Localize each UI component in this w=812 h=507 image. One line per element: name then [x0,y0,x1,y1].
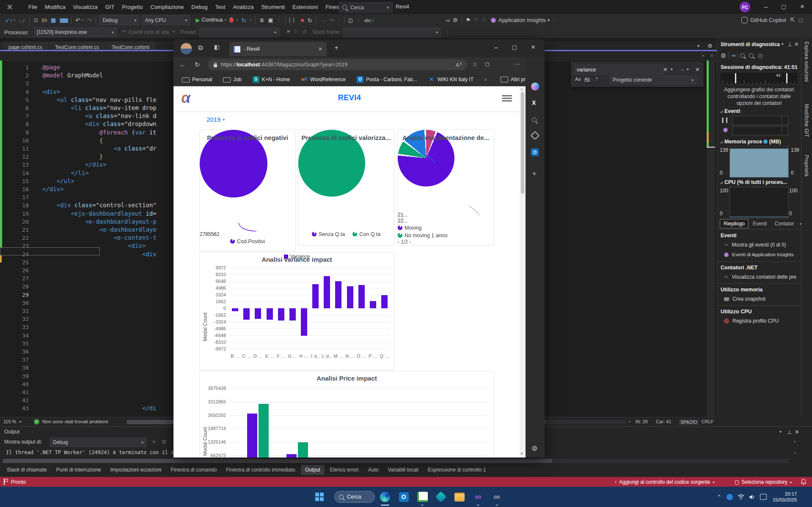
favorites-overflow-chevron-icon[interactable]: › [484,77,486,82]
browser-menu-icon[interactable]: ⋯ [515,61,520,67]
workspaces-icon[interactable]: ⧉ [198,44,203,51]
select-repository-button[interactable]: ▢ Seleziona repository ▴ [735,477,792,487]
favorite-k-n-home[interactable]: SK+N - Home [253,76,290,83]
panel-tab-finestra-di-controllo-immediato[interactable]: Finestra di controllo immediato [223,466,298,474]
spell-check-icon[interactable]: abc✓ [364,17,376,23]
donut-pagination[interactable]: ‹ 1/2 › [398,239,494,245]
hamburger-menu-button[interactable] [502,94,512,102]
chevron-down-icon[interactable]: ▾ [782,42,784,46]
space-indicator[interactable]: SPAZIO [679,419,699,425]
browser-maximize-button[interactable]: ▢ [506,44,523,50]
diagnostics-tab-riepilogo[interactable]: Riepilogo [720,219,749,228]
menu-progetto[interactable]: Progetto [118,0,146,14]
settings-gear-icon[interactable]: ⚙ [721,52,726,59]
code-line[interactable]: </li> [42,169,89,177]
github-copilot-button[interactable]: GitHub Copilot ⇱ □ [741,14,802,26]
close-panel-icon[interactable]: ✕ [795,429,799,435]
stop-icon[interactable]: ■ [301,17,304,23]
code-line[interactable]: <div [42,250,157,258]
zoom-in-icon[interactable] [740,53,745,58]
maximize-button[interactable]: ▢ [775,3,792,10]
tray-volume-icon[interactable] [749,494,755,500]
flag-outline-icon[interactable]: ⚐ [294,29,299,35]
close-panel-icon[interactable]: ✕ [794,41,799,47]
favorite-posta-carboni-fab-[interactable]: OPosta - Carboni, Fab... [357,76,417,83]
favorite-wordreference[interactable]: wRWordReference [301,76,346,83]
chevron-down-icon[interactable]: ▾ [687,68,689,71]
menu-visualizza[interactable]: Visualizza [69,0,101,14]
chart-icon[interactable]: ▤ [758,53,763,58]
eol-indicator[interactable]: CRLF [702,419,714,424]
bar-variance[interactable] [370,301,376,308]
chevron-down-icon[interactable]: ▾ [82,19,84,22]
code-line[interactable]: <e-dashboardlayout-p [42,218,157,226]
side-tab-propriet[interactable]: Proprietà [804,155,809,176]
taskbar-file-explorer-icon[interactable] [454,491,465,503]
address-bar[interactable]: https://localhost:44387/Magazzino/Graph?… [208,59,467,70]
panel-tab-auto[interactable]: Auto [365,466,382,474]
close-find-icon[interactable]: ✕ [695,67,700,72]
zoom-level[interactable]: 115 % [3,419,16,424]
undo-icon[interactable]: ↶ [75,17,80,23]
bar-variance[interactable] [289,308,296,321]
scroll-up-icon[interactable]: ▴ [794,439,796,443]
chevron-down-icon[interactable]: ▾ [671,68,673,71]
more-icon[interactable]: ⋮ [277,18,281,22]
code-line[interactable]: @model GraphModel [42,71,103,79]
panel-tab-elenco-errori[interactable]: Elenco errori [327,466,362,474]
close-button[interactable]: ✕ [794,3,811,10]
split-editor-icon[interactable]: ≡ [710,53,713,58]
bar-variance[interactable] [381,295,388,308]
bar-variance[interactable] [347,286,353,308]
indent-icon[interactable]: ◅ [445,17,449,23]
panel-tab-output[interactable]: Output [301,465,324,474]
code-line[interactable]: </div> [42,161,107,169]
panel-tab-impostazioni-eccezioni[interactable]: Impostazioni eccezioni [107,466,165,474]
restart-icon[interactable]: ↻ [242,17,247,23]
taskbar-teal-app-icon[interactable] [435,491,447,503]
taskbar-search[interactable]: Cerca [334,491,375,503]
regex-icon[interactable]: .* [595,77,597,82]
sidebar-settings-gear-icon[interactable]: ⚙ [531,445,537,452]
bar-price[interactable] [298,442,308,458]
taskbar-edge-icon[interactable] [379,491,391,503]
code-line[interactable]: <div> [42,88,60,96]
bookmark-icon[interactable]: ⚑ [466,17,471,23]
process-dropdown[interactable]: [11520] iisexpress.exe▾ [34,27,117,37]
find-next-icon[interactable]: → [679,66,685,72]
clear-output-icon[interactable]: ⊠ [162,439,166,444]
menu-compilazione[interactable]: Compilazione [147,0,188,14]
chevron-down-icon[interactable]: ▾ [250,19,251,22]
navigate-forward-icon[interactable]: ⤻ [19,17,25,23]
bar-variance[interactable] [232,308,238,311]
code-line[interactable]: </ul> [42,177,74,185]
sidebar-add-icon[interactable]: + [532,170,536,177]
create-snapshot-link[interactable]: Crea snapshot [724,296,765,302]
new-file-icon[interactable]: 🗋 [33,18,39,23]
browser-close-button[interactable]: ✕ [525,44,542,50]
code-line[interactable]: @page [42,63,60,71]
tray-app-icon[interactable] [727,494,733,500]
code-line[interactable]: <e-dashboardlayo [42,226,157,234]
save-icon[interactable]: ▩ [51,17,56,23]
chart-legend-item[interactable]: Moving [398,224,494,231]
bar-price[interactable] [286,454,297,458]
bar-variance[interactable] [324,276,330,308]
scroll-down-icon[interactable]: ▾ [794,451,796,455]
tray-keyboard-icon[interactable] [760,494,767,500]
code-line[interactable]: @foreach (var it [42,129,157,137]
stack-frame-dropdown[interactable]: ▾ [343,27,441,37]
chart-legend-item[interactable]: No moving 1 anno [398,231,494,239]
tab-options-gear-icon[interactable]: ⚙ [707,43,713,49]
start-button[interactable] [315,493,324,501]
favorite-wiki-kn-italy-it[interactable]: ✕WIKI KN Italy IT [428,76,473,83]
page-next-icon[interactable]: › [409,239,411,245]
bar-variance[interactable] [312,284,319,308]
bar-price[interactable] [247,414,257,458]
code-line[interactable]: } [42,153,103,161]
new-tab-icon[interactable]: + [334,44,339,51]
zoom-out-icon[interactable] [749,53,754,58]
output-h-scrollbar[interactable] [2,459,789,463]
format-icon[interactable]: ⚙ [453,17,458,23]
notifications-bell-icon[interactable] [801,479,806,485]
